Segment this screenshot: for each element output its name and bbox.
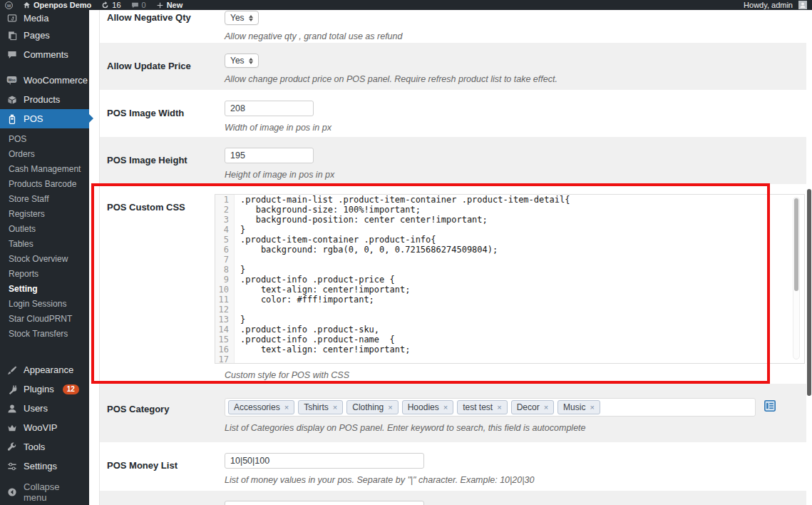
account-menu[interactable]: Howdy, admin bbox=[739, 0, 812, 10]
pos-submenu-item[interactable]: Tables bbox=[0, 237, 89, 252]
remove-tag-button[interactable]: × bbox=[284, 403, 289, 412]
setting-control: Accessories × Tshirts × Clothing × Hoodi… bbox=[225, 384, 806, 442]
remove-tag-button[interactable]: × bbox=[333, 403, 337, 412]
setting-row-pos-image-width: POS Image Width Width of image in pos in… bbox=[100, 90, 806, 137]
setting-row-pos-money-list: POS Money List List of money values in y… bbox=[100, 442, 806, 491]
sidebar-item-pages[interactable]: Pages bbox=[0, 26, 89, 45]
crown-icon bbox=[6, 424, 18, 432]
pos-submenu-item[interactable]: Star CloudPRNT bbox=[0, 312, 89, 327]
select-value: Yes bbox=[230, 13, 245, 23]
sidebar-item-appearance[interactable]: Appearance bbox=[0, 360, 89, 379]
code-text: .product-info .product-sku, bbox=[235, 325, 379, 335]
setting-description: Allow negative qty , grand total use as … bbox=[225, 31, 799, 41]
admin-bar-right: Howdy, admin bbox=[739, 0, 812, 10]
setting-control: Yes Allow change product price on POS pa… bbox=[225, 43, 806, 90]
setting-control: Height of image in pos in px bbox=[225, 137, 806, 184]
pos-money-list-input[interactable] bbox=[225, 453, 424, 469]
remove-tag-button[interactable]: × bbox=[388, 403, 392, 412]
sidebar-item-media[interactable]: Media bbox=[0, 10, 89, 26]
pos-submenu-item-label: Store Staff bbox=[9, 194, 48, 204]
select-arrows-icon bbox=[249, 15, 253, 21]
code-line: 17 bbox=[215, 354, 804, 364]
setting-label: POS Image Width bbox=[100, 90, 225, 137]
pos-submenu-item[interactable]: Store Staff bbox=[0, 192, 89, 207]
pos-submenu-item[interactable]: Stock Overview bbox=[0, 252, 89, 267]
sidebar-item-woovip[interactable]: WooVIP bbox=[0, 418, 89, 437]
remove-tag-button[interactable]: × bbox=[443, 403, 448, 412]
pos-submenu-item[interactable]: Login Sessions bbox=[0, 297, 89, 312]
pos-submenu-item[interactable]: Cash Management bbox=[0, 162, 89, 177]
window-scrollbar-thumb[interactable] bbox=[807, 189, 811, 396]
setting-control: Yes Allow negative qty , grand total use… bbox=[225, 10, 806, 43]
remove-tag-button[interactable]: × bbox=[497, 403, 501, 412]
setting-label: Allow Update Price bbox=[100, 43, 225, 90]
pos-category-tags-input[interactable]: Accessories × Tshirts × Clothing × Hoodi… bbox=[225, 398, 756, 417]
code-text: text-align: center!important; bbox=[235, 345, 410, 354]
update-count: 16 bbox=[112, 0, 120, 10]
category-list-button[interactable] bbox=[764, 400, 776, 412]
pos-submenu-item-label: Stock Overview bbox=[9, 254, 68, 264]
sidebar-item-tools[interactable]: Tools bbox=[0, 437, 89, 456]
pos-submenu-item[interactable]: POS bbox=[0, 132, 89, 147]
site-menu[interactable]: Openpos Demo bbox=[18, 0, 96, 10]
plugins-update-badge: 12 bbox=[63, 384, 79, 394]
line-number: 11 bbox=[215, 295, 235, 305]
update-icon bbox=[101, 1, 109, 9]
code-line: 9 .product-info .product-price { bbox=[215, 275, 804, 285]
wordpress-logo-icon[interactable]: W bbox=[0, 0, 18, 10]
new-content-menu[interactable]: New bbox=[151, 0, 188, 10]
pos-image-width-input[interactable] bbox=[225, 101, 314, 116]
collapse-menu-button[interactable]: Collapse menu bbox=[0, 482, 89, 501]
code-line: 11 color: #fff!important; bbox=[215, 295, 804, 305]
pos-submenu-item[interactable]: Reports bbox=[0, 267, 89, 282]
sidebar-item-pos[interactable]: POS bbox=[0, 109, 89, 128]
comments-menu[interactable]: 0 bbox=[126, 0, 151, 10]
sidebar-item-label: Products bbox=[24, 94, 60, 105]
category-tag-label: Accessories bbox=[234, 402, 280, 412]
sidebar-item-products[interactable]: Products bbox=[0, 90, 89, 109]
line-number: 16 bbox=[215, 345, 235, 354]
sidebar-item-label: Settings bbox=[24, 461, 57, 471]
editor-scrollbar-thumb[interactable] bbox=[794, 198, 798, 291]
admin-bar: W Openpos Demo 16 0 New Howdy, admin bbox=[0, 0, 812, 10]
category-tag: Decor × bbox=[511, 400, 554, 414]
setting-label: POS Category bbox=[100, 384, 225, 442]
editor-scrollbar-track[interactable] bbox=[793, 197, 800, 359]
code-text: background-size: 100%!important; bbox=[235, 205, 421, 215]
code-text: .product-main-list .product-item-contain… bbox=[235, 195, 570, 205]
line-number: 9 bbox=[215, 275, 235, 285]
code-line: 3 background-position: center center!imp… bbox=[215, 215, 804, 225]
sidebar-item-label: WooVIP bbox=[24, 422, 57, 433]
category-tag-label: Decor bbox=[517, 402, 540, 412]
code-line: 4 } bbox=[215, 225, 804, 235]
remove-tag-button[interactable]: × bbox=[590, 403, 594, 412]
pos-submenu-item[interactable]: Products Barcode bbox=[0, 177, 89, 192]
sidebar-item-settings[interactable]: Settings bbox=[0, 456, 89, 476]
sidebar-item-plugins[interactable]: Plugins 12 bbox=[0, 379, 89, 399]
sidebar-item-woocommerce[interactable]: Woo WooCommerce bbox=[0, 71, 89, 90]
sidebar-item-label: Appearance bbox=[24, 364, 73, 375]
partial-input[interactable] bbox=[225, 501, 424, 505]
category-tag: Accessories × bbox=[228, 400, 294, 414]
category-tag: Tshirts × bbox=[298, 400, 343, 414]
pos-submenu-item[interactable]: Registers bbox=[0, 207, 89, 222]
pages-icon bbox=[6, 31, 18, 41]
css-code-editor[interactable]: 1 .product-main-list .product-item-conta… bbox=[215, 194, 805, 364]
pos-image-height-input[interactable] bbox=[225, 148, 314, 163]
allow-update-price-select[interactable]: Yes bbox=[225, 53, 259, 68]
pos-submenu-item[interactable]: Setting bbox=[0, 282, 89, 297]
sidebar-item-comments[interactable]: Comments bbox=[0, 45, 89, 64]
pos-submenu-item[interactable]: Orders bbox=[0, 147, 89, 162]
code-text: } bbox=[235, 225, 245, 235]
pos-submenu-item[interactable]: Stock Transfers bbox=[0, 327, 89, 342]
setting-control bbox=[225, 491, 806, 505]
updates-menu[interactable]: 16 bbox=[96, 0, 125, 10]
admin-bar-left: W Openpos Demo 16 0 New bbox=[0, 0, 187, 10]
woocommerce-icon: Woo bbox=[6, 76, 18, 85]
pos-submenu-item[interactable]: Outlets bbox=[0, 222, 89, 237]
code-text: color: #fff!important; bbox=[235, 295, 374, 305]
allow-negative-qty-select[interactable]: Yes bbox=[225, 11, 259, 25]
remove-tag-button[interactable]: × bbox=[544, 403, 548, 412]
sidebar-item-users[interactable]: Users bbox=[0, 399, 89, 418]
category-tag: Hoodies × bbox=[402, 400, 453, 414]
